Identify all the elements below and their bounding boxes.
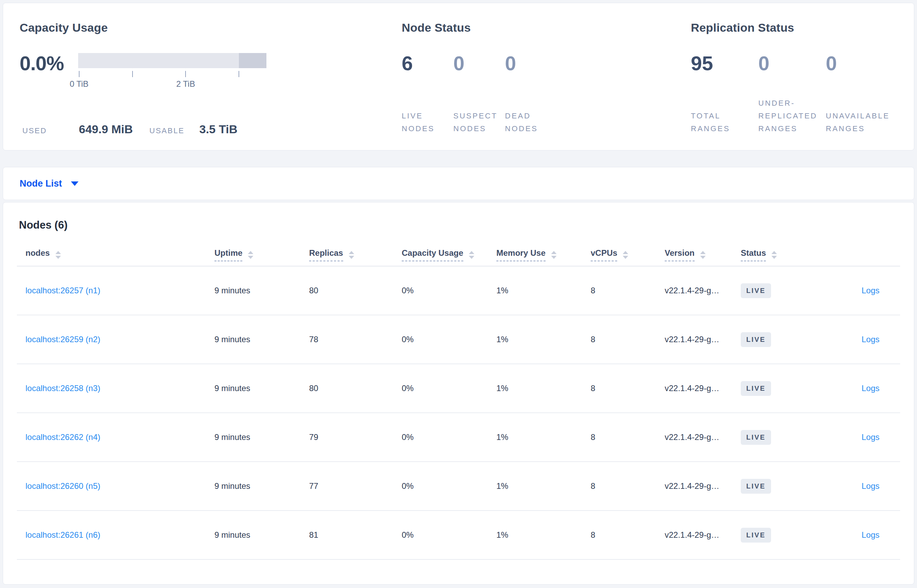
- stat-block: 0UNDER-REPLICATEDRANGES: [758, 53, 826, 136]
- stat-label: TOTALRANGES: [691, 110, 758, 136]
- node-status-panel: Node Status 6LIVENODES0SUSPECTNODES0DEAD…: [402, 21, 691, 150]
- capacity-cell: 0%: [402, 334, 496, 344]
- capacity-usage-title: Capacity Usage: [19, 21, 402, 34]
- logs-link[interactable]: Logs: [862, 530, 880, 540]
- sort-desc-arrow-icon: [469, 256, 474, 259]
- replicas-cell: 78: [309, 334, 402, 344]
- capacity-usage-panel: Capacity Usage 0.0% 0 TiB2 TiB USED 649.…: [19, 21, 402, 150]
- capacity-bar-reserved-segment: [239, 53, 266, 68]
- table-row: localhost:26258 (n3)9 minutes800%1%8v22.…: [17, 364, 900, 413]
- stat-label: UNDER-REPLICATEDRANGES: [758, 97, 826, 136]
- column-header-label: Memory Use: [496, 248, 546, 261]
- logs-cell: Logs: [820, 481, 900, 491]
- table-row: localhost:26262 (n4)9 minutes790%1%8v22.…: [17, 413, 900, 462]
- table-row: localhost:26259 (n2)9 minutes780%1%8v22.…: [17, 315, 900, 364]
- node-link[interactable]: localhost:26262 (n4): [26, 432, 100, 442]
- replicas-cell: 79: [309, 432, 402, 442]
- stat-label-line: RANGES: [826, 122, 893, 135]
- stat-label-line: UNDER-: [758, 97, 826, 110]
- sort-asc-arrow-icon: [248, 251, 253, 254]
- column-header-replicas[interactable]: Replicas: [309, 248, 402, 261]
- sort-asc-arrow-icon: [349, 251, 354, 254]
- column-header-version[interactable]: Version: [665, 248, 741, 261]
- node-link[interactable]: localhost:26260 (n5): [26, 481, 100, 491]
- column-header-uptime[interactable]: Uptime: [215, 248, 309, 261]
- logs-link[interactable]: Logs: [862, 481, 880, 491]
- memory-cell: 1%: [496, 383, 591, 393]
- replicas-cell: 77: [309, 481, 402, 491]
- column-header-node[interactable]: nodes: [17, 248, 215, 261]
- column-header-label: Capacity Usage: [402, 248, 463, 261]
- memory-cell: 1%: [496, 530, 591, 540]
- table-row: localhost:26261 (n6)9 minutes810%1%8v22.…: [17, 511, 900, 560]
- sort-asc-arrow-icon: [469, 251, 474, 254]
- stat-block: 0DEADNODES: [505, 53, 557, 136]
- node-cell: localhost:26259 (n2): [17, 334, 215, 344]
- node-list-dropdown[interactable]: Node List: [19, 178, 79, 189]
- capacity-usage-summary: USED 649.9 MiB USABLE 3.5 TiB: [19, 123, 402, 136]
- replicas-cell: 80: [309, 383, 402, 393]
- column-header-status[interactable]: Status: [741, 248, 820, 261]
- replication-status-panel: Replication Status 95TOTALRANGES0UNDER-R…: [691, 21, 914, 150]
- status-badge: LIVE: [741, 430, 771, 445]
- version-cell: v22.1.4-29-g…: [665, 432, 741, 442]
- replication-status-title: Replication Status: [691, 21, 914, 34]
- replicas-cell: 80: [309, 286, 402, 296]
- stat-label: SUSPECTNODES: [453, 110, 505, 136]
- node-link[interactable]: localhost:26259 (n2): [26, 334, 100, 344]
- uptime-cell: 9 minutes: [215, 383, 309, 393]
- node-cell: localhost:26258 (n3): [17, 383, 215, 393]
- node-link[interactable]: localhost:26261 (n6): [26, 530, 100, 540]
- nodes-table: nodesUptimeReplicasCapacity UsageMemory …: [17, 244, 900, 560]
- logs-link[interactable]: Logs: [862, 432, 880, 442]
- capacity-axis-tick: [132, 71, 133, 77]
- logs-link[interactable]: Logs: [862, 286, 880, 295]
- column-header-memory[interactable]: Memory Use: [496, 248, 591, 261]
- stat-label: LIVENODES: [402, 110, 453, 136]
- capacity-axis-tick-label: 0 TiB: [69, 79, 89, 89]
- used-label: USED: [23, 126, 79, 135]
- version-cell: v22.1.4-29-g…: [665, 286, 741, 296]
- node-link[interactable]: localhost:26257 (n1): [26, 286, 100, 295]
- replicas-cell: 81: [309, 530, 402, 540]
- node-cell: localhost:26262 (n4): [17, 432, 215, 442]
- capacity-bar-chart: 0 TiB2 TiB: [78, 53, 266, 89]
- node-link[interactable]: localhost:26258 (n3): [26, 383, 100, 393]
- column-header-vcpus[interactable]: vCPUs: [591, 248, 665, 261]
- stat-block: 0UNAVAILABLERANGES: [826, 53, 893, 136]
- logs-cell: Logs: [820, 334, 900, 344]
- stat-label-line: LIVE: [402, 110, 453, 122]
- capacity-bar-axis: 0 TiB2 TiB: [78, 68, 266, 89]
- usable-label: USABLE: [149, 126, 199, 135]
- column-header-label: Uptime: [215, 248, 242, 261]
- stat-value: 6: [402, 53, 453, 74]
- column-header-capacity[interactable]: Capacity Usage: [402, 248, 496, 261]
- stat-label-line: DEAD: [505, 110, 557, 122]
- sort-desc-arrow-icon: [349, 256, 354, 259]
- logs-link[interactable]: Logs: [862, 383, 880, 393]
- sort-icon: [349, 251, 354, 259]
- logs-link[interactable]: Logs: [862, 334, 880, 344]
- column-header-label: nodes: [26, 248, 50, 261]
- status-cell: LIVE: [741, 430, 820, 445]
- nodes-table-body: localhost:26257 (n1)9 minutes800%1%8v22.…: [17, 267, 900, 560]
- sort-desc-arrow-icon: [55, 256, 61, 259]
- sort-icon: [772, 251, 777, 259]
- capacity-bar-track: [78, 53, 266, 68]
- vcpus-cell: 8: [591, 530, 665, 540]
- capacity-cell: 0%: [402, 383, 496, 393]
- capacity-axis-tick: [239, 71, 239, 77]
- sort-asc-arrow-icon: [55, 251, 61, 254]
- column-header-label: vCPUs: [591, 248, 617, 261]
- capacity-axis-tick: [185, 71, 186, 77]
- uptime-cell: 9 minutes: [215, 334, 309, 344]
- version-cell: v22.1.4-29-g…: [665, 334, 741, 344]
- node-status-title: Node Status: [402, 21, 691, 34]
- memory-cell: 1%: [496, 432, 591, 442]
- stat-label-line: RANGES: [758, 122, 826, 135]
- logs-cell: Logs: [820, 432, 900, 442]
- cluster-summary-panel: Capacity Usage 0.0% 0 TiB2 TiB USED 649.…: [3, 3, 914, 150]
- stat-label: UNAVAILABLERANGES: [826, 110, 893, 136]
- status-badge: LIVE: [741, 479, 771, 494]
- status-badge: LIVE: [741, 332, 771, 347]
